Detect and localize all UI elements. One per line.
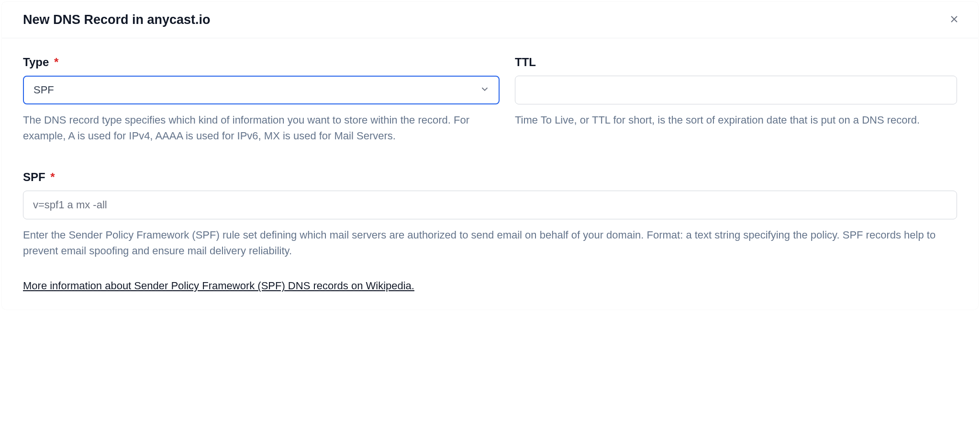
spf-input[interactable] bbox=[23, 191, 957, 219]
spf-label-text: SPF bbox=[23, 171, 45, 183]
type-help-text: The DNS record type specifies which kind… bbox=[23, 112, 500, 144]
spf-label: SPF * bbox=[23, 171, 957, 184]
field-group-spf: SPF * Enter the Sender Policy Framework … bbox=[23, 171, 957, 259]
ttl-label: TTL bbox=[515, 56, 957, 69]
required-asterisk: * bbox=[50, 171, 55, 183]
type-select-value: SPF bbox=[33, 84, 54, 96]
ttl-input[interactable] bbox=[515, 76, 957, 104]
more-info-link[interactable]: More information about Sender Policy Fra… bbox=[23, 280, 414, 292]
spf-help-text: Enter the Sender Policy Framework (SPF) … bbox=[23, 227, 957, 259]
close-icon bbox=[948, 13, 960, 26]
ttl-label-text: TTL bbox=[515, 56, 536, 68]
close-button[interactable] bbox=[947, 13, 961, 27]
type-select-wrapper: SPF bbox=[23, 76, 500, 104]
type-label: Type * bbox=[23, 56, 500, 69]
type-label-text: Type bbox=[23, 56, 49, 68]
ttl-help-text: Time To Live, or TTL for short, is the s… bbox=[515, 112, 957, 128]
required-asterisk: * bbox=[54, 56, 58, 68]
dns-record-modal: New DNS Record in anycast.io Type * SPF bbox=[2, 2, 978, 309]
modal-body: Type * SPF The DNS record type specifies… bbox=[2, 38, 978, 309]
type-select[interactable]: SPF bbox=[23, 76, 500, 104]
field-group-type: Type * SPF The DNS record type specifies… bbox=[23, 56, 500, 144]
modal-header: New DNS Record in anycast.io bbox=[2, 2, 978, 38]
row-type-ttl: Type * SPF The DNS record type specifies… bbox=[23, 56, 957, 144]
field-group-ttl: TTL Time To Live, or TTL for short, is t… bbox=[515, 56, 957, 144]
modal-title: New DNS Record in anycast.io bbox=[23, 12, 211, 27]
more-info-row: More information about Sender Policy Fra… bbox=[23, 280, 957, 292]
row-spf: SPF * Enter the Sender Policy Framework … bbox=[23, 171, 957, 259]
